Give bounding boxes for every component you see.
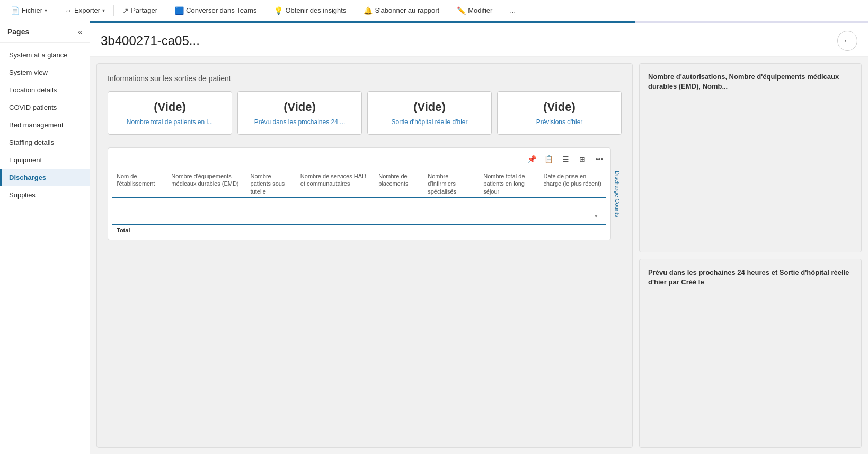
toolbar-separator-5 xyxy=(355,5,355,16)
export-icon: ↔ xyxy=(65,6,72,15)
col-header-3: Nombre de services HAD et communautaires xyxy=(296,170,374,198)
sidebar-item-label: Location details xyxy=(9,86,57,94)
sidebar-item-discharges[interactable]: Discharges xyxy=(0,169,90,186)
toolbar-exporter[interactable]: ↔ Exporter ▾ xyxy=(60,4,109,17)
toolbar-separator-7 xyxy=(501,5,501,16)
kpi-label-2[interactable]: Sortie d'hôpital réelle d'hier xyxy=(392,118,468,126)
right-panel-bottom-title: Prévu dans les prochaines 24 heures et S… xyxy=(648,268,853,287)
total-val-6 xyxy=(479,224,539,235)
toolbar-teams-label: Converser dans Teams xyxy=(186,6,256,14)
column-dropdown: ▾ xyxy=(117,211,602,222)
toolbar-more[interactable]: ... xyxy=(506,4,520,16)
toolbar-partager[interactable]: ↗ Partager xyxy=(118,4,162,17)
sidebar-item-label: System view xyxy=(9,68,48,76)
sidebar-item-bed-management[interactable]: Bed management xyxy=(0,116,90,134)
sidebar-item-label: System at a glance xyxy=(9,51,68,59)
col-header-0: Nom de l'établissement xyxy=(112,170,167,198)
right-panel-bottom: Prévu dans les prochaines 24 heures et S… xyxy=(639,259,862,448)
kpi-card-2: (Vide) Sortie d'hôpital réelle d'hier xyxy=(367,91,492,135)
sidebar-item-label: Equipment xyxy=(9,156,42,164)
toolbar-exporter-label: Exporter xyxy=(74,6,100,14)
page-title: 3b400271-ca05... xyxy=(101,33,200,48)
main-layout: Pages « System at a glance System view L… xyxy=(0,21,868,454)
kpi-card-0: (Vide) Nombre total de patients en l... xyxy=(108,91,232,135)
toolbar-separator-3 xyxy=(166,5,166,16)
col-header-2: Nombre patients sous tutelle xyxy=(246,170,296,198)
teams-icon: 🟦 xyxy=(175,6,184,15)
total-row: Total xyxy=(112,224,606,235)
back-button[interactable]: ← xyxy=(837,31,857,51)
toolbar-partager-label: Partager xyxy=(131,6,157,14)
toolbar-subscribe[interactable]: 🔔 S'abonner au rapport xyxy=(359,4,444,17)
kpi-label-0[interactable]: Nombre total de patients en l... xyxy=(127,118,213,126)
kpi-label-3[interactable]: Prévisions d'hier xyxy=(536,118,583,126)
toolbar-modifier-label: Modifier xyxy=(468,6,492,14)
col-header-5: Nombre d'infirmiers spécialisés xyxy=(423,170,479,198)
report-right-panels: Nombre d'autorisations, Nombre d'équipem… xyxy=(639,63,862,448)
total-val-4 xyxy=(374,224,423,235)
content-area: 3b400271-ca05... ← Informations sur les … xyxy=(90,21,868,454)
filter-button[interactable]: ☰ xyxy=(559,152,572,166)
dropdown-arrow-icon[interactable]: ▾ xyxy=(595,213,598,220)
toolbar-fichier[interactable]: 📄 Fichier ▾ xyxy=(6,4,51,17)
toolbar: 📄 Fichier ▾ ↔ Exporter ▾ ↗ Partager 🟦 Co… xyxy=(0,0,868,21)
more-options-button[interactable]: ••• xyxy=(592,152,606,166)
pin-button[interactable]: 📌 xyxy=(525,152,538,166)
col-header-6: Nombre total de patients en long séjour xyxy=(479,170,539,198)
sidebar-item-covid-patients[interactable]: COVID patients xyxy=(0,99,90,116)
sidebar-item-label: COVID patients xyxy=(9,103,57,111)
page-title-bar: 3b400271-ca05... ← xyxy=(90,23,868,57)
kpi-label-1[interactable]: Prévu dans les prochaines 24 ... xyxy=(254,118,345,126)
sidebar-item-equipment[interactable]: Equipment xyxy=(0,151,90,169)
kpi-value-2: (Vide) xyxy=(413,100,446,114)
sidebar-item-system-glance[interactable]: System at a glance xyxy=(0,46,90,64)
toolbar-separator-6 xyxy=(448,5,448,16)
toolbar-separator-4 xyxy=(265,5,265,16)
total-label: Total xyxy=(112,224,167,235)
kpi-card-3: (Vide) Prévisions d'hier xyxy=(497,91,622,135)
sidebar-item-location-details[interactable]: Location details xyxy=(0,81,90,99)
toolbar-teams[interactable]: 🟦 Converser dans Teams xyxy=(171,4,261,17)
col-header-7: Date de prise en charge (le plus récent) xyxy=(539,170,606,198)
sidebar-item-system-view[interactable]: System view xyxy=(0,64,90,81)
chevron-down-icon: ▾ xyxy=(45,7,47,13)
toolbar-insights[interactable]: 💡 Obtenir des insights xyxy=(270,4,350,17)
report-section-title: Informations sur les sorties de patient xyxy=(108,74,622,83)
data-table: Nom de l'établissement Nombre d'équipeme… xyxy=(112,170,606,235)
toolbar-insights-label: Obtenir des insights xyxy=(285,6,346,14)
kpi-value-0: (Vide) xyxy=(154,100,186,114)
toolbar-modifier[interactable]: ✏️ Modifier xyxy=(453,4,497,17)
kpi-value-3: (Vide) xyxy=(543,100,575,114)
sidebar-item-label: Staffing details xyxy=(9,138,54,146)
right-panel-top: Nombre d'autorisations, Nombre d'équipem… xyxy=(639,63,862,252)
copy-button[interactable]: 📋 xyxy=(542,152,555,166)
total-val-5 xyxy=(423,224,479,235)
sidebar-item-supplies[interactable]: Supplies xyxy=(0,186,90,204)
sidebar-collapse-button[interactable]: « xyxy=(78,28,82,36)
toolbar-more-label: ... xyxy=(510,6,516,14)
toolbar-subscribe-label: S'abonner au rapport xyxy=(375,6,439,14)
right-panel-top-title: Nombre d'autorisations, Nombre d'équipem… xyxy=(648,72,853,91)
total-val-3 xyxy=(296,224,374,235)
discharge-counts-label[interactable]: Discharge Counts xyxy=(613,169,622,219)
file-icon: 📄 xyxy=(11,6,20,15)
subscribe-icon: 🔔 xyxy=(364,6,373,15)
report-main-panel: Informations sur les sorties de patient … xyxy=(96,63,633,448)
total-val-7 xyxy=(539,224,606,235)
share-icon: ↗ xyxy=(122,6,129,15)
table-row xyxy=(112,198,606,208)
col-header-4: Nombre de placements xyxy=(374,170,423,198)
edit-icon: ✏️ xyxy=(457,6,466,15)
toolbar-separator-1 xyxy=(56,5,56,16)
report-area: Informations sur les sorties de patient … xyxy=(90,57,868,454)
col-header-1: Nombre d'équipements médicaux durables (… xyxy=(167,170,246,198)
sidebar-nav: System at a glance System view Location … xyxy=(0,43,90,454)
toolbar-separator-2 xyxy=(113,5,114,16)
total-val-1 xyxy=(167,224,246,235)
kpi-cards: (Vide) Nombre total de patients en l... … xyxy=(108,91,622,135)
table-toolbar: 📌 📋 ☰ ⊞ ••• xyxy=(112,152,606,166)
kpi-value-1: (Vide) xyxy=(284,100,316,114)
sidebar-item-staffing-details[interactable]: Staffing details xyxy=(0,134,90,151)
expand-button[interactable]: ⊞ xyxy=(575,152,589,166)
sidebar-title: Pages xyxy=(7,28,29,36)
